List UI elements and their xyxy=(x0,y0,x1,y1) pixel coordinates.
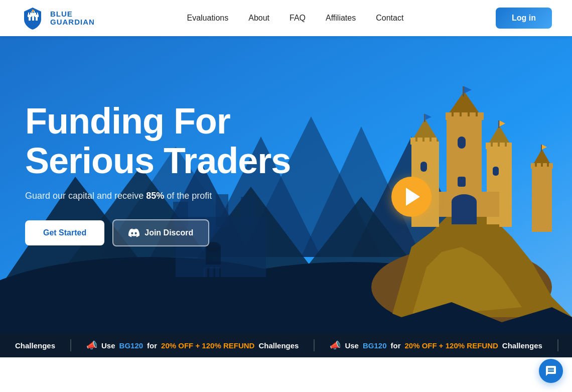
nav-item-affiliates[interactable]: Affiliates xyxy=(326,14,356,23)
svg-rect-13 xyxy=(32,10,33,12)
svg-rect-35 xyxy=(454,112,460,120)
svg-rect-37 xyxy=(470,112,476,120)
svg-point-73 xyxy=(452,194,477,209)
ticker-item: Challenges xyxy=(558,341,572,350)
svg-rect-45 xyxy=(410,138,415,145)
hero-content: Funding For Serious Traders Guard our ca… xyxy=(25,101,291,246)
svg-rect-66 xyxy=(549,163,553,169)
nav-item-faq[interactable]: FAQ xyxy=(290,14,306,23)
svg-rect-54 xyxy=(486,143,491,149)
login-button[interactable]: Log in xyxy=(496,8,552,29)
svg-rect-6 xyxy=(30,13,31,15)
svg-rect-61 xyxy=(532,167,552,232)
logo-text: BLUE GUARDIAN xyxy=(50,10,95,27)
hero-title: Funding For Serious Traders xyxy=(25,101,291,181)
nav-links: Evaluations About FAQ Affiliates Contact xyxy=(187,14,403,23)
svg-rect-55 xyxy=(493,143,498,149)
ticker-item: Challenges xyxy=(0,341,70,350)
svg-rect-12 xyxy=(37,13,38,15)
svg-rect-11 xyxy=(35,13,36,15)
svg-rect-81 xyxy=(203,267,207,277)
svg-rect-38 xyxy=(478,112,484,120)
svg-rect-46 xyxy=(417,138,422,145)
svg-rect-36 xyxy=(462,112,468,120)
hero-section: Funding For Serious Traders Guard our ca… xyxy=(0,36,572,357)
svg-rect-67 xyxy=(541,145,542,152)
svg-rect-50 xyxy=(424,114,425,122)
svg-rect-2 xyxy=(32,16,34,21)
ticker-item: 📣 Use BG120 for 20% OFF + 120% REFUND Ch… xyxy=(71,340,314,351)
ticker-content: Challenges 📣 Use BG120 for 20% OFF + 120… xyxy=(0,339,572,351)
logo-icon xyxy=(20,6,45,31)
svg-rect-71 xyxy=(499,214,512,227)
svg-rect-58 xyxy=(493,167,499,176)
navbar: BLUE GUARDIAN Evaluations About FAQ Affi… xyxy=(0,0,572,36)
logo[interactable]: BLUE GUARDIAN xyxy=(20,6,95,31)
ticker-bar: Challenges 📣 Use BG120 for 20% OFF + 120… xyxy=(0,333,572,357)
ticker-item: 📣 Use BG120 for 20% OFF + 120% REFUND Ch… xyxy=(315,340,557,351)
svg-rect-10 xyxy=(35,15,39,17)
svg-rect-59 xyxy=(498,120,500,128)
svg-rect-63 xyxy=(531,163,535,169)
svg-rect-34 xyxy=(446,112,452,120)
svg-rect-48 xyxy=(432,138,437,145)
svg-rect-5 xyxy=(28,13,29,15)
join-discord-button[interactable]: Join Discord xyxy=(112,219,209,246)
svg-rect-57 xyxy=(507,143,512,149)
svg-rect-65 xyxy=(543,163,547,169)
play-triangle-icon xyxy=(406,188,420,206)
svg-rect-40 xyxy=(458,177,466,187)
svg-rect-82 xyxy=(209,267,213,277)
svg-rect-49 xyxy=(420,162,427,172)
svg-rect-7 xyxy=(31,13,35,16)
hero-subtitle: Guard our capital and receive 85% of the… xyxy=(25,191,291,201)
discord-icon xyxy=(128,227,139,238)
hero-buttons: Get Started Join Discord xyxy=(25,219,291,246)
chat-bubble-button[interactable] xyxy=(539,359,563,383)
svg-rect-3 xyxy=(36,17,38,21)
svg-rect-83 xyxy=(215,267,219,277)
svg-rect-47 xyxy=(424,138,430,145)
get-started-button[interactable]: Get Started xyxy=(25,220,104,245)
svg-rect-41 xyxy=(463,86,464,96)
chat-icon xyxy=(545,365,557,377)
svg-rect-39 xyxy=(458,137,466,149)
nav-item-about[interactable]: About xyxy=(248,14,269,23)
svg-rect-64 xyxy=(537,163,541,169)
svg-rect-1 xyxy=(29,17,31,21)
svg-rect-56 xyxy=(500,143,505,149)
svg-rect-4 xyxy=(28,15,32,17)
nav-item-evaluations[interactable]: Evaluations xyxy=(187,14,228,23)
play-button[interactable] xyxy=(391,177,432,217)
nav-item-contact[interactable]: Contact xyxy=(376,14,403,23)
svg-rect-9 xyxy=(34,11,35,13)
